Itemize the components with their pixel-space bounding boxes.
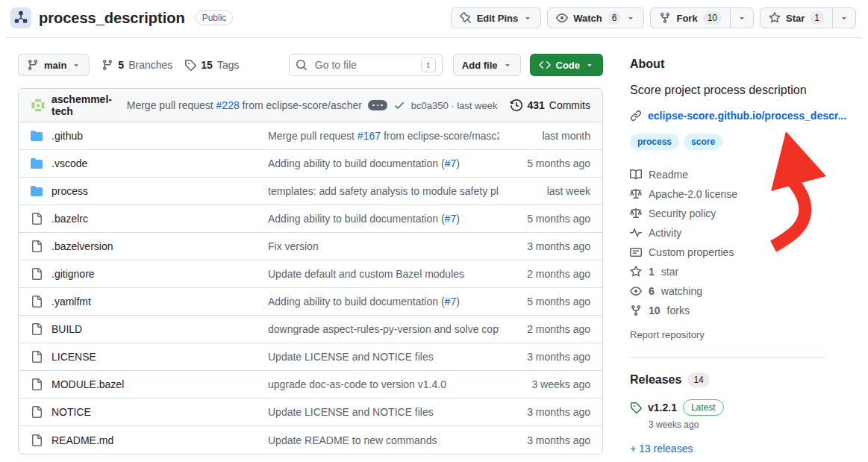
code-button[interactable]: Code xyxy=(530,54,604,76)
pin-icon xyxy=(460,12,472,24)
table-row[interactable]: BUILD downgrade aspect-rules-py-version … xyxy=(19,316,602,343)
checks-status-icon[interactable] xyxy=(393,99,405,111)
file-icon xyxy=(31,296,43,308)
fork-icon xyxy=(630,305,642,316)
table-row[interactable]: .yamlfmt Adding ability to build documen… xyxy=(19,288,602,316)
table-row[interactable]: .github Merge pull request #167 from ecl… xyxy=(19,122,602,150)
table-row[interactable]: .bazelrc Adding ability to build documen… xyxy=(19,205,602,233)
issue-link[interactable]: #167 xyxy=(357,130,381,142)
star-button[interactable]: Star 1 xyxy=(760,7,833,28)
file-name-link[interactable]: .vscode xyxy=(51,157,87,169)
branches-link[interactable]: 5Branches xyxy=(102,59,172,71)
about-list-item[interactable]: 10 forks xyxy=(630,301,826,320)
table-row[interactable]: NOTICE Update LICENSE and NOTICE files 3… xyxy=(19,399,602,426)
about-list-item[interactable]: Activity xyxy=(630,223,826,243)
file-icon xyxy=(31,378,43,390)
issue-link[interactable]: #7 xyxy=(445,157,457,169)
fork-button[interactable]: Fork 10 xyxy=(650,7,731,28)
row-commit-message[interactable]: Update README to new commands xyxy=(268,434,499,446)
row-commit-date: 5 months ago xyxy=(499,157,590,169)
file-name-link[interactable]: NOTICE xyxy=(51,406,91,418)
star-dropdown-button[interactable] xyxy=(832,7,856,28)
table-row[interactable]: .vscode Adding ability to build document… xyxy=(19,150,602,178)
topic-tag[interactable]: process xyxy=(630,134,679,150)
row-commit-message[interactable]: Adding ability to build documentation (#… xyxy=(268,296,499,308)
keyboard-shortcut-hint: t xyxy=(421,57,436,72)
git-branch-icon xyxy=(27,59,39,71)
file-name-link[interactable]: LICENSE xyxy=(51,351,96,363)
row-commit-message[interactable]: Adding ability to build documentation (#… xyxy=(268,213,499,225)
watch-button[interactable]: Watch 6 xyxy=(547,7,644,28)
row-commit-date: 5 months ago xyxy=(499,296,590,308)
commit-sha-and-time[interactable]: bc0a350 · last week xyxy=(411,100,498,111)
law-icon xyxy=(630,188,642,200)
history-icon xyxy=(511,99,522,111)
file-name-link[interactable]: process xyxy=(51,185,88,197)
row-commit-message[interactable]: Update default and custom Bazel modules xyxy=(268,268,499,280)
about-list-item[interactable]: Apache-2.0 license xyxy=(630,184,826,204)
latest-release-link[interactable]: v1.2.1 Latest xyxy=(630,399,826,416)
fork-dropdown-button[interactable] xyxy=(730,7,754,28)
file-name-link[interactable]: README.md xyxy=(51,434,113,446)
row-commit-message[interactable]: Adding ability to build documentation (#… xyxy=(268,157,499,169)
file-icon xyxy=(31,434,43,446)
topic-tag[interactable]: score xyxy=(684,134,722,150)
releases-count-badge: 14 xyxy=(687,372,709,387)
chevron-down-icon xyxy=(523,13,532,22)
file-table: .github Merge pull request #167 from ecl… xyxy=(19,122,602,454)
releases-title[interactable]: Releases xyxy=(630,373,681,387)
pr-link[interactable]: #228 xyxy=(216,99,240,111)
about-list-item[interactable]: 6 watching xyxy=(630,281,826,301)
commit-author-avatar[interactable] xyxy=(31,98,46,113)
file-name-link[interactable]: .bazelversion xyxy=(51,240,113,252)
add-file-button[interactable]: Add file xyxy=(453,54,521,76)
file-name-link[interactable]: .gitignore xyxy=(51,268,95,280)
table-row[interactable]: MODULE.bazel upgrade doc-as-code to vers… xyxy=(19,371,602,399)
row-commit-message[interactable]: Fix version xyxy=(268,240,499,252)
website-link[interactable]: eclipse-score.github.io/process_descr... xyxy=(648,110,846,122)
file-name-link[interactable]: .github xyxy=(51,130,83,142)
tag-icon xyxy=(630,402,642,413)
more-releases-link[interactable]: + 13 releases xyxy=(630,443,693,455)
go-to-file-search[interactable]: t xyxy=(289,54,443,76)
table-row[interactable]: .bazelversion Fix version 3 months ago xyxy=(19,233,602,260)
commit-history-link[interactable]: 431Commits xyxy=(511,99,590,111)
branch-selector[interactable]: main xyxy=(18,54,90,76)
file-name-link[interactable]: .yamlfmt xyxy=(51,296,91,308)
row-commit-date: last week xyxy=(499,185,590,197)
about-list-item[interactable]: Readme xyxy=(630,165,826,184)
eye-icon xyxy=(556,12,568,24)
row-commit-message[interactable]: Update LICENSE and NOTICE files xyxy=(268,406,499,418)
about-list-item[interactable]: 1 star xyxy=(630,262,826,281)
issue-link[interactable]: #7 xyxy=(445,296,457,308)
file-name-link[interactable]: MODULE.bazel xyxy=(51,378,124,390)
folder-icon xyxy=(31,157,43,169)
commit-message[interactable]: Merge pull request #228 from eclipse-sco… xyxy=(127,99,362,111)
issue-link[interactable]: #7 xyxy=(445,213,457,225)
row-commit-message[interactable]: Update LICENSE and NOTICE files xyxy=(268,351,499,363)
about-title: About xyxy=(630,57,826,71)
about-list-item[interactable]: Security policy xyxy=(630,204,826,223)
table-row[interactable]: LICENSE Update LICENSE and NOTICE files … xyxy=(19,343,602,371)
code-icon xyxy=(539,59,551,71)
commit-author[interactable]: aschemmel-tech xyxy=(51,93,121,117)
table-row[interactable]: .gitignore Update default and custom Baz… xyxy=(19,260,602,288)
org-avatar[interactable] xyxy=(10,7,31,28)
go-to-file-input[interactable] xyxy=(313,58,415,72)
edit-pins-button[interactable]: Edit Pins xyxy=(451,7,542,28)
row-commit-message[interactable]: upgrade doc-as-code to version v1.4.0 xyxy=(268,378,499,390)
row-commit-message[interactable]: Merge pull request #167 from eclipse-sco… xyxy=(268,130,499,142)
report-repository-link[interactable]: Report repository xyxy=(630,329,826,340)
folder-icon xyxy=(31,130,43,142)
row-commit-message[interactable]: downgrade aspect-rules-py-version and so… xyxy=(268,323,499,335)
table-row[interactable]: process templates: add safety analysis t… xyxy=(19,178,602,205)
tags-link[interactable]: 15Tags xyxy=(184,59,239,71)
file-name-link[interactable]: .bazelrc xyxy=(51,213,88,225)
row-commit-message[interactable]: templates: add safety analysis to module… xyxy=(268,185,499,197)
row-commit-date: 3 weeks ago xyxy=(499,378,590,390)
about-list-item[interactable]: Custom properties xyxy=(630,243,826,262)
file-name-link[interactable]: BUILD xyxy=(51,323,82,335)
repo-title[interactable]: process_description xyxy=(39,7,185,28)
commit-message-ellipsis-button[interactable] xyxy=(368,100,387,110)
table-row[interactable]: README.md Update README to new commands … xyxy=(19,426,602,454)
